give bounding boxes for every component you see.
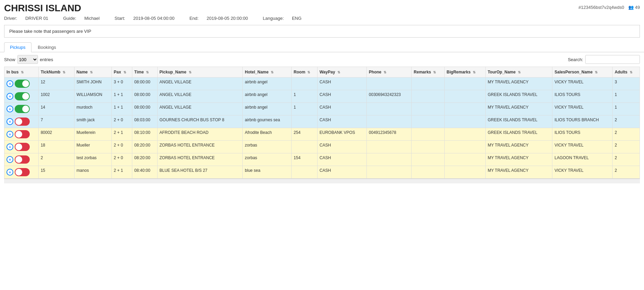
col-name: Name ⇅ [74,67,111,78]
entries-select[interactable]: 100 25 50 [17,55,38,64]
toggle-switch[interactable] [15,155,30,164]
cell-phone [367,166,412,179]
cell-salesperson: VICKY TRAVEL [552,141,613,153]
language-info: Language: ENG [263,16,308,21]
add-button[interactable]: + [6,93,13,100]
cell-remarks [412,90,444,103]
cell-waypay: CASH [317,166,366,179]
toggle-switch[interactable] [15,92,30,100]
cell-inbus: + [4,128,39,141]
cell-inbus: + [4,141,39,153]
add-button[interactable]: + [6,80,13,87]
cell-name: test zorbas [74,153,111,166]
cell-waypay: CASH [317,153,366,166]
toggle-switch[interactable] [15,80,30,88]
toggle-thumb [22,106,29,112]
cell-tick: 15 [38,166,74,179]
toggle-thumb [15,118,22,125]
col-inbus: In bus ⇅ [4,67,39,78]
col-hotel-name: Hotel_Name ⇅ [243,67,292,78]
cell-inbus: + [4,78,39,90]
cell-time: 08:03:00 [132,115,157,128]
entries-label: entries [40,57,53,62]
toggle-switch[interactable] [15,118,30,126]
add-button[interactable]: + [6,156,13,163]
header-right: #123456bst7v2q4wds0 👥 49 [578,3,640,10]
toggle-switch[interactable] [15,105,30,113]
cell-room: 154 [292,153,318,166]
cell-inbus: + [4,103,39,115]
cell-time: 08:10:00 [132,128,157,141]
sort-icon-remarks: ⇅ [433,70,436,74]
cell-tourop: GREEK ISLANDS TRAVEL [485,128,552,141]
cell-room [292,166,318,179]
cell-time: 08:00:00 [132,90,157,103]
sort-icon-adults: ⇅ [630,70,632,74]
add-button[interactable]: + [6,131,13,138]
meta-bar: Driver: DRIVER 01 Guide: Michael Start: … [0,15,644,23]
cell-remarks [412,166,444,179]
sort-icon-tourop: ⇅ [518,70,521,74]
add-button[interactable]: + [6,169,13,176]
toggle-thumb [15,131,22,138]
cell-bigremarks [444,153,485,166]
add-button[interactable]: + [6,106,13,112]
cell-waypay: CASH [317,90,366,103]
tab-pickups[interactable]: Pickups [4,42,31,52]
cell-tourop: MY TRAVEL AGENCY [485,153,552,166]
cell-waypay: CASH [317,103,366,115]
cell-tourop: MY TRAVEL AGENCY [485,141,552,153]
pickups-table: In bus ⇅ TickNumb ⇅ Name ⇅ Pax ⇅ Time ⇅ … [4,67,640,179]
cell-tick: 12 [38,78,74,90]
cell-remarks [412,153,444,166]
tab-bookings[interactable]: Bookings [32,42,62,52]
cell-phone: 00306943242323 [367,90,412,103]
toggle-switch[interactable] [15,143,30,151]
search-bar: Search: [568,55,640,64]
cell-bigremarks [444,115,485,128]
cell-name: SMITH JOHN [74,78,111,90]
show-label: Show [4,57,15,62]
cell-remarks [412,78,444,90]
cell-pickup: GOURNES CHURCH BUS STOP 8 [157,115,243,128]
cell-time: 08:20:00 [132,153,157,166]
cell-tick: 1002 [38,90,74,103]
cell-adults: 2 [613,115,640,128]
table-row: + 80002Muellerein2 + 108:10:00AFRODITE B… [4,128,640,141]
cell-waypay: CASH [317,115,366,128]
cell-phone [367,141,412,153]
col-phone: Phone ⇅ [367,67,412,78]
cell-name: smith jack [74,115,111,128]
horizontal-scrollbar[interactable] [4,179,640,183]
cell-tick: 18 [38,141,74,153]
search-input[interactable] [585,55,640,64]
toggle-switch[interactable] [15,168,30,176]
cell-inbus: + [4,90,39,103]
cell-room: 254 [292,128,318,141]
driver-info: Driver: DRIVER 01 [4,16,56,21]
cell-bigremarks [444,90,485,103]
sort-icon-waypay: ⇅ [337,70,340,74]
cell-inbus: + [4,166,39,179]
cell-adults: 2 [613,153,640,166]
cell-bigremarks [444,141,485,153]
cell-phone: 004912345678 [367,128,412,141]
cell-name: Mueller [74,141,111,153]
cell-name: WILLIAMSON [74,90,111,103]
cell-salesperson: ILIOS TOURS [552,90,613,103]
sort-icon-name: ⇅ [90,70,93,74]
add-button[interactable]: + [6,143,13,150]
toggle-switch[interactable] [15,130,30,138]
cell-salesperson: VICKY TRAVEL [552,103,613,115]
add-button[interactable]: + [6,118,13,125]
cell-hotel: airbnb gournes sea [243,115,292,128]
cell-waypay: CASH [317,141,366,153]
cell-tourop: MY TRAVEL AGENCY [485,78,552,90]
cell-salesperson: VICKY TRAVEL [552,166,613,179]
cell-name: Muellerein [74,128,111,141]
cell-tick: 80002 [38,128,74,141]
start-info: Start: 2019-08-05 04:00:00 [115,16,183,21]
cell-pickup: ZORBAS HOTEL ENTRANCE [157,153,243,166]
cell-pax: 2 + 0 [111,141,132,153]
passengers-count: 👥 49 [628,5,640,10]
